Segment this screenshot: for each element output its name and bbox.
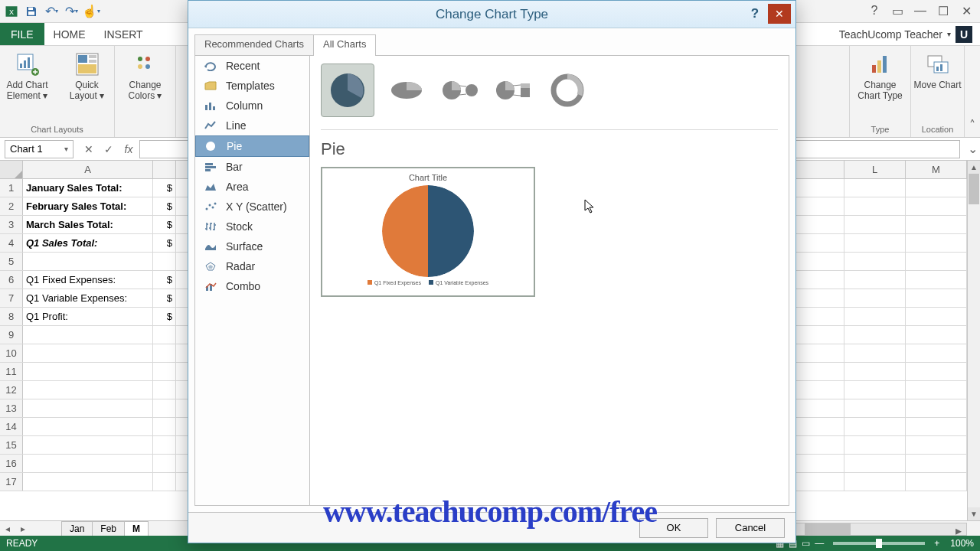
cell[interactable] bbox=[153, 399, 176, 417]
cell[interactable]: $ bbox=[153, 308, 176, 325]
zoom-out-icon[interactable]: — bbox=[815, 538, 824, 549]
undo-icon[interactable]: ↶▾ bbox=[44, 5, 58, 18]
account-name[interactable]: TeachUcomp Teacher▾ U bbox=[839, 23, 980, 45]
touch-mode-icon[interactable]: ☝▾ bbox=[84, 5, 98, 18]
cell[interactable] bbox=[153, 326, 176, 344]
column-header-m[interactable]: M bbox=[906, 161, 967, 178]
cell[interactable] bbox=[23, 455, 153, 472]
cell[interactable]: $ bbox=[153, 234, 176, 252]
cell[interactable] bbox=[153, 436, 176, 454]
row-header[interactable]: 6 bbox=[0, 271, 23, 289]
cell[interactable] bbox=[844, 326, 906, 344]
cell[interactable] bbox=[23, 418, 153, 435]
save-icon[interactable] bbox=[24, 5, 38, 18]
add-chart-element-button[interactable]: Add Chart Element ▾ bbox=[1, 49, 54, 101]
row-header[interactable]: 12 bbox=[0, 381, 23, 399]
row-header[interactable]: 5 bbox=[0, 253, 23, 270]
cell[interactable]: Q1 Profit: bbox=[23, 308, 153, 325]
close-icon[interactable]: ✕ bbox=[959, 4, 974, 18]
expand-formula-bar-icon[interactable]: ⌄ bbox=[965, 142, 980, 156]
cell[interactable] bbox=[906, 473, 967, 491]
cell[interactable] bbox=[906, 271, 967, 289]
cell[interactable] bbox=[844, 179, 906, 197]
minimize-icon[interactable]: — bbox=[913, 4, 928, 18]
change-colors-button[interactable]: Change Colors ▾ bbox=[119, 49, 172, 101]
cell[interactable]: January Sales Total: bbox=[23, 179, 153, 197]
category-combo[interactable]: Combo bbox=[195, 276, 309, 296]
cell[interactable] bbox=[844, 344, 906, 362]
zoom-in-icon[interactable]: + bbox=[934, 538, 939, 549]
cell[interactable] bbox=[844, 381, 906, 399]
row-header[interactable]: 1 bbox=[0, 179, 23, 197]
scroll-up-icon[interactable]: ▲ bbox=[968, 161, 980, 174]
zoom-slider[interactable] bbox=[833, 542, 925, 545]
cell[interactable] bbox=[23, 344, 153, 362]
cell[interactable] bbox=[153, 253, 176, 270]
cell[interactable]: March Sales Total: bbox=[23, 216, 153, 233]
tab-recommended-charts[interactable]: Recommended Charts bbox=[194, 34, 314, 56]
row-header[interactable]: 2 bbox=[0, 197, 23, 215]
cell[interactable] bbox=[844, 289, 906, 307]
cell[interactable] bbox=[23, 436, 153, 454]
cell[interactable] bbox=[153, 473, 176, 491]
maximize-icon[interactable]: ☐ bbox=[936, 4, 951, 18]
category-radar[interactable]: Radar bbox=[195, 256, 309, 276]
cell[interactable]: Q1 Fixed Expenses: bbox=[23, 271, 153, 289]
vertical-scroll-thumb[interactable] bbox=[969, 174, 979, 204]
cell[interactable] bbox=[844, 216, 906, 233]
row-header[interactable]: 3 bbox=[0, 216, 23, 233]
cell[interactable] bbox=[153, 418, 176, 435]
cell[interactable] bbox=[844, 455, 906, 472]
cell[interactable] bbox=[23, 381, 153, 399]
cell[interactable]: $ bbox=[153, 289, 176, 307]
quick-layout-button[interactable]: Quick Layout ▾ bbox=[60, 49, 114, 101]
cell[interactable]: February Sales Total: bbox=[23, 197, 153, 215]
ribbon-display-icon[interactable]: ▭ bbox=[890, 4, 905, 18]
row-header[interactable]: 8 bbox=[0, 308, 23, 325]
redo-icon[interactable]: ↷▾ bbox=[64, 5, 78, 18]
cell[interactable] bbox=[153, 344, 176, 362]
cell[interactable] bbox=[906, 455, 967, 472]
vertical-scrollbar[interactable]: ▲ ▼ bbox=[967, 161, 980, 520]
cell[interactable]: $ bbox=[153, 216, 176, 233]
cell[interactable] bbox=[23, 326, 153, 344]
cell[interactable] bbox=[906, 197, 967, 215]
row-header[interactable]: 13 bbox=[0, 399, 23, 417]
subtype-bar-of-pie[interactable] bbox=[492, 69, 535, 112]
cell[interactable] bbox=[906, 234, 967, 252]
row-header[interactable]: 15 bbox=[0, 436, 23, 454]
cell[interactable] bbox=[844, 436, 906, 454]
enter-formula-icon[interactable]: ✓ bbox=[103, 143, 115, 155]
cell[interactable]: Q1 Variable Expenses: bbox=[23, 289, 153, 307]
cell[interactable]: $ bbox=[153, 271, 176, 289]
cell[interactable] bbox=[153, 363, 176, 380]
category-recent[interactable]: Recent bbox=[195, 56, 309, 76]
cell[interactable]: $ bbox=[153, 197, 176, 215]
column-header-a[interactable]: A bbox=[23, 161, 153, 178]
row-header[interactable]: 9 bbox=[0, 326, 23, 344]
row-header[interactable]: 10 bbox=[0, 344, 23, 362]
column-header-b[interactable] bbox=[153, 161, 176, 178]
category-stock[interactable]: Stock bbox=[195, 217, 309, 236]
help-icon[interactable]: ? bbox=[867, 4, 882, 18]
row-header[interactable]: 11 bbox=[0, 363, 23, 380]
row-header[interactable]: 17 bbox=[0, 473, 23, 491]
cell[interactable]: Q1 Sales Total: bbox=[23, 234, 153, 252]
cell[interactable] bbox=[844, 399, 906, 417]
category-bar[interactable]: Bar bbox=[195, 157, 309, 177]
cell[interactable] bbox=[906, 326, 967, 344]
change-chart-type-button[interactable]: Change Chart Type bbox=[854, 49, 907, 101]
cell[interactable] bbox=[844, 418, 906, 435]
cell[interactable] bbox=[906, 399, 967, 417]
cell[interactable] bbox=[906, 418, 967, 435]
cell[interactable] bbox=[906, 179, 967, 197]
dialog-help-icon[interactable]: ? bbox=[746, 5, 763, 22]
cell[interactable] bbox=[906, 308, 967, 325]
cell[interactable] bbox=[153, 455, 176, 472]
row-header[interactable]: 14 bbox=[0, 418, 23, 435]
row-header[interactable]: 7 bbox=[0, 289, 23, 307]
cell[interactable] bbox=[906, 436, 967, 454]
home-tab[interactable]: HOME bbox=[44, 23, 95, 45]
subtype-pie-of-pie[interactable] bbox=[439, 69, 482, 112]
file-tab[interactable]: FILE bbox=[0, 23, 44, 45]
